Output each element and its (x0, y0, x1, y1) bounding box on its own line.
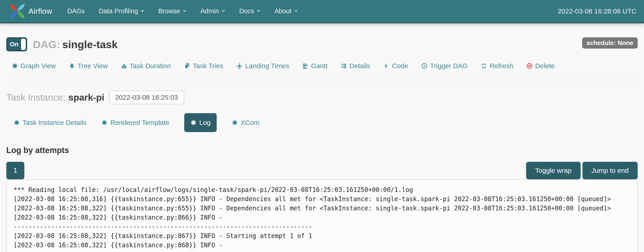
top-navbar: Airflow DAGsData ProfilingBrowseAdminDoc… (0, 0, 644, 23)
dag-tab-label: Tree View (78, 62, 108, 70)
utc-clock: 2022-03-08 16:28:08 UTC (558, 7, 636, 15)
log-line: ----------------------------------------… (14, 250, 630, 252)
burst-icon (232, 120, 238, 126)
bar-chart-icon (121, 63, 127, 69)
refresh-icon (481, 63, 487, 69)
log-output[interactable]: *** Reading local file: /usr/local/airfl… (6, 179, 638, 252)
dag-tab-label: Trigger DAG (430, 62, 468, 70)
navbar-menu: DAGsData ProfilingBrowseAdminDocsAbout (60, 0, 305, 22)
caret-down-icon (256, 9, 260, 13)
navbar-item-admin[interactable]: Admin (194, 0, 232, 22)
log-actions: Toggle wrap Jump to end (526, 162, 638, 179)
gantt-icon (302, 63, 308, 69)
jump-to-end-button[interactable]: Jump to end (582, 162, 638, 179)
ti-tab-xcom[interactable]: XCom (232, 119, 259, 126)
dag-tab-gantt[interactable]: Gantt (302, 62, 328, 70)
dag-tab-code[interactable]: Code (383, 62, 408, 70)
airflow-pinwheel-logo-icon (8, 1, 27, 21)
ti-tab-rendered-template[interactable]: Rendered Template (101, 119, 169, 126)
dag-tab-tree-view[interactable]: Tree View (69, 62, 108, 70)
dag-tab-label: Gantt (311, 62, 328, 70)
page-title: DAG:single-task (33, 38, 118, 51)
navbar-item-about[interactable]: About (268, 0, 305, 22)
log-line: *** Reading local file: /usr/local/airfl… (14, 185, 630, 194)
dag-name: single-task (62, 38, 118, 50)
ti-tab-label: Rendered Template (110, 119, 169, 126)
brand-title: Airflow (28, 7, 52, 15)
dag-tab-refresh[interactable]: Refresh (481, 62, 513, 70)
ti-tab-task-instance-details[interactable]: Task Instance Details (14, 119, 86, 126)
task-instance-name: spark-pi (68, 92, 104, 103)
task-instance-tabs: Task Instance DetailsRendered TemplateLo… (6, 113, 638, 132)
ti-tab-log[interactable]: Log (184, 113, 217, 132)
navbar-item-label: About (274, 7, 292, 15)
caret-down-icon (183, 9, 186, 13)
burst-icon (101, 120, 108, 126)
dag-tab-task-duration[interactable]: Task Duration (121, 62, 171, 70)
ti-tab-label: XCom (240, 119, 259, 126)
dag-tab-graph-view[interactable]: Graph View (12, 62, 56, 70)
dag-tab-label: Refresh (490, 62, 513, 70)
attempt-buttons: 1 (6, 162, 24, 179)
dag-tab-delete[interactable]: Delete (526, 62, 555, 70)
airflow-brand[interactable]: Airflow (8, 1, 52, 21)
caret-down-icon (140, 9, 144, 13)
list-icon (341, 63, 347, 69)
log-by-attempts-heading: Log by attempts (6, 145, 638, 155)
play-circle-icon (421, 63, 428, 69)
log-line: [2022-03-08 16:25:08,322] {{taskinstance… (14, 231, 630, 241)
caret-down-icon (294, 9, 298, 13)
navbar-item-data-profiling[interactable]: Data Profiling (92, 0, 151, 22)
dag-tab-trigger-dag[interactable]: Trigger DAG (421, 62, 468, 70)
bolt-icon (383, 63, 390, 69)
execution-date-input[interactable] (109, 91, 184, 104)
log-line: [2022-03-08 16:25:08,316] {{taskinstance… (14, 194, 630, 204)
task-instance-label: Task Instance: (6, 92, 66, 103)
dag-tab-label: Details (350, 62, 370, 70)
delete-circle-icon (526, 63, 532, 69)
burst-icon (190, 120, 197, 126)
dag-header: On DAG:single-task schedule: None (6, 37, 638, 51)
navbar-item-docs[interactable]: Docs (232, 0, 268, 22)
dag-tab-label: Code (392, 62, 408, 70)
dag-pause-toggle[interactable]: On (6, 37, 27, 51)
dag-tab-landing-times[interactable]: Landing Times (236, 62, 289, 70)
files-icon (184, 63, 190, 69)
burst-icon (14, 120, 20, 126)
burst-icon (12, 63, 18, 69)
log-line: [2022-03-08 16:25:08,322] {{taskinstance… (14, 241, 630, 250)
log-line: ----------------------------------------… (14, 222, 630, 231)
ti-tab-label: Task Instance Details (22, 119, 86, 126)
navbar-item-label: Data Profiling (99, 7, 138, 15)
plane-icon (236, 63, 243, 69)
ti-tab-label: Log (199, 119, 210, 126)
dag-tab-label: Task Duration (130, 62, 171, 70)
caret-down-icon (222, 9, 225, 13)
dag-tab-details[interactable]: Details (341, 62, 370, 70)
navbar-item-dags[interactable]: DAGs (60, 0, 92, 22)
dag-tab-task-tries[interactable]: Task Tries (184, 62, 223, 70)
dag-tab-label: Graph View (20, 62, 56, 70)
toggle-on-label: On (10, 41, 18, 48)
divider (6, 80, 638, 80)
dag-tab-label: Delete (535, 62, 555, 70)
navbar-item-browse[interactable]: Browse (151, 0, 194, 22)
navbar-item-label: Docs (239, 7, 254, 15)
attempts-toolbar: 1 Toggle wrap Jump to end (6, 162, 638, 179)
navbar-item-label: Browse (158, 7, 180, 15)
task-instance-header: Task Instance: spark-pi (6, 91, 638, 104)
schedule-badge: schedule: None (582, 37, 638, 49)
log-line: [2022-03-08 16:25:08,322] {{taskinstance… (14, 213, 630, 222)
dag-view-tabs: Graph ViewTree ViewTask DurationTask Tri… (6, 62, 638, 70)
navbar-item-label: DAGs (68, 7, 85, 15)
dag-tab-label: Landing Times (245, 62, 289, 70)
toggle-knob (21, 39, 26, 50)
navbar-item-label: Admin (200, 7, 219, 15)
dag-tab-label: Task Tries (193, 62, 223, 70)
toggle-wrap-button[interactable]: Toggle wrap (526, 162, 581, 179)
tree-icon (69, 63, 75, 69)
attempt-button-1[interactable]: 1 (6, 162, 24, 179)
main-content: On DAG:single-task schedule: None Graph … (0, 37, 644, 252)
log-line: [2022-03-08 16:25:08,322] {{taskinstance… (14, 204, 630, 213)
dag-label: DAG: (33, 38, 60, 50)
